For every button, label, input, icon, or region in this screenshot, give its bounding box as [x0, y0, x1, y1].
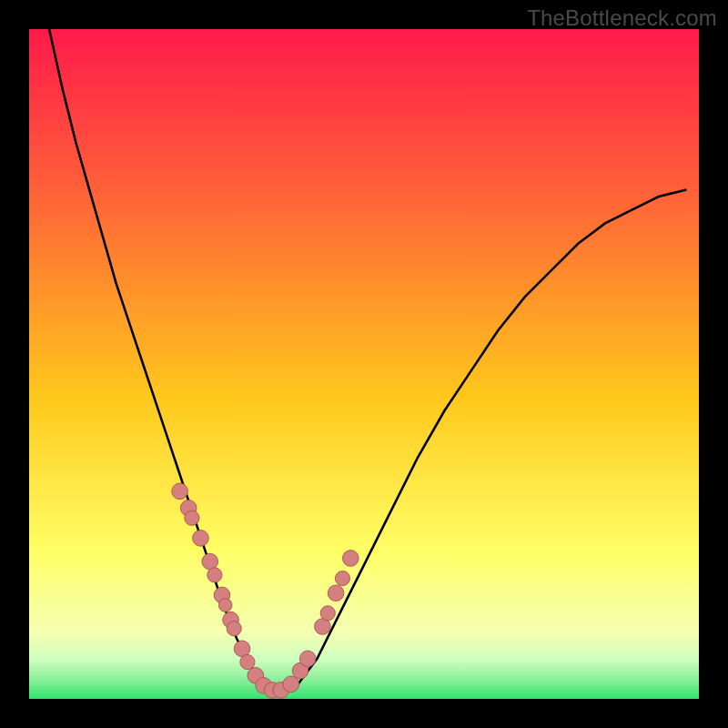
dot [172, 483, 188, 500]
dot [218, 599, 232, 612]
dot [335, 571, 349, 585]
chart-frame: TheBottleneck.com [0, 0, 728, 728]
dot [202, 553, 218, 570]
dot [207, 568, 222, 582]
dot [234, 641, 250, 657]
dot [240, 654, 255, 669]
dot [320, 606, 335, 621]
dot [315, 619, 331, 635]
dot [283, 676, 299, 693]
dot [328, 585, 344, 602]
dot [342, 551, 359, 567]
dot [227, 622, 241, 636]
watermark-text: TheBottleneck.com [527, 5, 717, 31]
dot [299, 651, 316, 667]
dot [185, 511, 199, 525]
bottleneck-chart [29, 29, 699, 699]
gradient-background [29, 29, 699, 699]
dot [193, 531, 209, 547]
